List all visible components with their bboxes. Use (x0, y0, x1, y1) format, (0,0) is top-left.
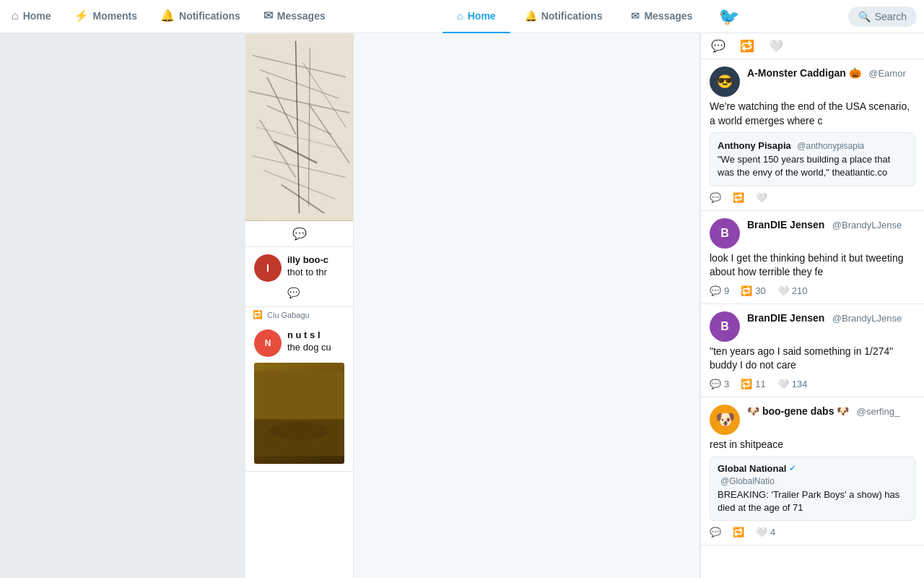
tweet-username-b2: BranDIE Jensen (747, 312, 824, 324)
nav-messages-left-label: Messages (277, 10, 326, 22)
nav-notifications-right[interactable]: 🔔 Notifications (510, 0, 617, 33)
like-icon-a[interactable]: 🤍 (756, 192, 767, 203)
retweet-icon-b1[interactable]: 🔁 30 (741, 285, 765, 296)
table-row: 🐶 🐶 boo-gene dabs 🐶 @serfing_ rest in sh… (701, 397, 924, 545)
quoted-handle-c: @GlobalNatio (720, 476, 775, 486)
tweet-text-a: We're watching the end of the USA scenar… (710, 100, 915, 128)
like-count-b2: 134 (792, 379, 808, 389)
tweet-text-2: the dog cu (287, 342, 344, 353)
moments-icon: ⚡ (74, 9, 89, 22)
dog-image (254, 363, 344, 464)
tweet-actions: 💬 🔁 🤍 4 (710, 527, 915, 538)
tweet-handle-c: @serfing_ (857, 406, 899, 417)
table-row: 😎 A-Monster Caddigan 🎃 @Eamor We're watc… (701, 59, 924, 211)
tweet-handle-a: @Eamor (868, 68, 906, 79)
nav-home-left[interactable]: ⌂ Home (0, 0, 63, 33)
quoted-name-c: Global National ✓ (718, 463, 907, 474)
tweet-username: illy boo-c (287, 254, 344, 265)
quoted-handle-a: @anthonypisapia (797, 141, 864, 151)
nav-messages-right-label: Messages (644, 10, 692, 22)
retweet-icon-a[interactable]: 🔁 (733, 192, 744, 203)
reply-icon-b1[interactable]: 💬 9 (710, 285, 729, 296)
tweet-username-b1: BranDIE Jensen (747, 219, 824, 230)
nav-moments-left[interactable]: ⚡ Moments (63, 0, 149, 33)
tweet-text-b2: "ten years ago I said something in 1/274… (710, 345, 915, 373)
retweet-icon-b2[interactable]: 🔁 11 (741, 379, 765, 389)
tweet-handle-b1: @BrandyLJense (832, 220, 902, 230)
tweet-meta: BranDIE Jensen @BrandyLJense (747, 311, 915, 324)
tweet-meta: BranDIE Jensen @BrandyLJense (747, 218, 915, 231)
reply-count-b2: 3 (724, 379, 729, 389)
like-icon-b2[interactable]: 🤍 134 (777, 379, 808, 389)
tweet-text-b1: look I get the thinking behind it but tw… (710, 251, 915, 280)
table-row: B BranDIE Jensen @BrandyLJense look I ge… (701, 211, 924, 304)
nav-right: ⌂ Home 🔔 Notifications ✉ Messages 🐦 🔍 Se… (354, 0, 924, 33)
nav-messages-left[interactable]: ✉ Messages (252, 0, 337, 33)
right-panel: 💬 🔁 🤍 😎 A-Monster Caddigan 🎃 @Eamor We'r… (700, 33, 924, 578)
messages-icon-right: ✉ (631, 10, 640, 22)
reply-icon-c[interactable]: 💬 (710, 527, 721, 538)
like-icon-b1[interactable]: 🤍 210 (777, 285, 808, 296)
verified-icon: ✓ (789, 464, 796, 473)
nav-left: ⌂ Home ⚡ Moments 🔔 Notifications ✉ Messa… (0, 0, 354, 33)
nav-notifications-left-label: Notifications (179, 10, 240, 22)
reply-icon-b2[interactable]: 💬 3 (710, 379, 729, 389)
tweet-body: illy boo-c thot to thr (287, 254, 344, 277)
retweet-count-b2: 11 (755, 379, 765, 389)
avatar: 🐶 (710, 405, 740, 435)
like-count-c: 4 (770, 527, 775, 538)
action-retweet-top[interactable]: 🔁 (740, 39, 754, 53)
svg-point-18 (269, 423, 329, 441)
home-icon: ⌂ (12, 9, 19, 22)
quoted-text-a: "We spent 150 years building a place tha… (718, 153, 907, 179)
retweet-icon-c[interactable]: 🔁 (733, 527, 744, 538)
retweet-icon: 🔁 (253, 310, 263, 319)
action-like-top[interactable]: 🤍 (769, 39, 783, 53)
nav-home-right-label: Home (468, 10, 496, 22)
retweet-bar: 🔁 Ciu Gabagu (245, 307, 353, 322)
avatar: N (254, 329, 282, 357)
like-icon-c[interactable]: 🤍 4 (756, 527, 775, 538)
avatar: 😎 (710, 66, 740, 97)
reply-count-b1: 9 (724, 285, 729, 296)
feed-column: 💬 I illy boo-c thot to thr 💬 🔁 Ciu Gabag… (245, 33, 354, 578)
tweet-actions: 💬 3 🔁 11 🤍 134 (710, 379, 915, 389)
nav-notifications-right-label: Notifications (541, 10, 603, 22)
search-area[interactable]: 🔍 Search (848, 7, 917, 27)
tweet-meta: 🐶 boo-gene dabs 🐶 @serfing_ (747, 405, 915, 418)
sketch-image (245, 33, 353, 221)
quoted-tweet-c: Global National ✓ @GlobalNatio BREAKING:… (710, 457, 915, 521)
tweet-meta: A-Monster Caddigan 🎃 @Eamor (747, 66, 915, 79)
tweet-text-c: rest in shitpeace (710, 438, 915, 452)
action-reply-top[interactable]: 💬 (711, 39, 725, 53)
comment-icon-tweet1[interactable]: 💬 (287, 287, 300, 298)
avatar: I (254, 254, 282, 282)
nav-notifications-left[interactable]: 🔔 Notifications (149, 0, 252, 33)
quoted-text-c: BREAKING: 'Trailer Park Boys' a show) ha… (718, 488, 907, 514)
tweet-username-a: A-Monster Caddigan 🎃 (747, 67, 861, 79)
retweet-user: Ciu Gabagu (267, 311, 310, 319)
avatar: B (710, 218, 740, 249)
tweet-text-1: thot to thr (287, 267, 344, 277)
quoted-tweet: Anthony Pisapia @anthonypisapia "We spen… (710, 132, 915, 186)
tweet-username-c: 🐶 boo-gene dabs 🐶 (747, 405, 849, 417)
reply-icon-a[interactable]: 💬 (710, 192, 721, 203)
left-panel (0, 33, 245, 578)
tweet-handle-b2: @BrandyLJense (832, 313, 902, 324)
nav-messages-right[interactable]: ✉ Messages (616, 0, 707, 33)
search-label: Search (875, 11, 907, 22)
nav-home-left-label: Home (23, 10, 51, 22)
search-icon: 🔍 (858, 11, 871, 22)
table-row: B BranDIE Jensen @BrandyLJense "ten year… (701, 304, 924, 397)
tweet-actions: 💬 9 🔁 30 🤍 210 (710, 285, 915, 296)
comment-icon-sketch[interactable]: 💬 (292, 227, 307, 241)
nav-moments-left-label: Moments (93, 10, 137, 22)
avatar: B (710, 311, 740, 342)
tweet-actions: 💬 🔁 🤍 (710, 192, 915, 203)
list-item: N n u t s l the dog cu (245, 322, 353, 472)
center-overlay (354, 33, 700, 578)
like-count-b1: 210 (792, 285, 808, 296)
nav-home-right[interactable]: ⌂ Home (443, 0, 510, 33)
notifications-icon-left: 🔔 (160, 9, 175, 22)
tweet-body: n u t s l the dog cu (287, 329, 344, 353)
